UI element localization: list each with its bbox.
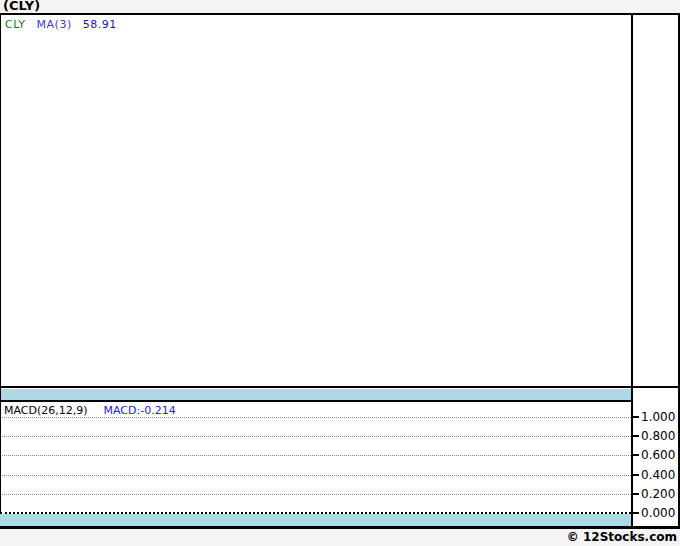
y-axis-tick	[633, 454, 639, 456]
macd-gridline	[0, 417, 631, 418]
y-axis-tick	[633, 416, 639, 418]
price-chart-legend: CLYMA(3)58.91	[5, 18, 117, 31]
macd-y-tick-label: 0.200	[641, 487, 675, 501]
macd-y-tick-label: 0.600	[641, 448, 675, 462]
macd-plot-area: MACD(26,12,9)MACD:-0.214	[0, 402, 631, 513]
footer: © 12Stocks.com	[0, 529, 680, 546]
y-axis-tick	[633, 493, 639, 495]
ma-indicator-value: 58.91	[83, 18, 117, 31]
macd-y-tick-label: 0.800	[641, 429, 675, 443]
macd-gridline	[0, 455, 631, 456]
ticker-symbol-label: CLY	[5, 18, 26, 31]
separator-band-bottom	[0, 514, 631, 526]
macd-y-tick-label: 0.400	[641, 468, 675, 482]
stock-chart-page: (CLY) CLYMA(3)58.91 MACD(26,12,9)MACD:-0…	[0, 0, 680, 546]
macd-gridline	[0, 494, 631, 495]
y-axis-line	[631, 13, 633, 529]
macd-indicator-value: MACD:-0.214	[104, 404, 176, 417]
y-axis-tick	[633, 512, 639, 514]
macd-indicator-label: MACD(26,12,9)	[4, 404, 88, 417]
y-axis-tick	[633, 435, 639, 437]
separator-band-top	[0, 389, 631, 402]
ma-indicator-label: MA(3)	[37, 18, 72, 31]
macd-y-tick-label: 1.000	[641, 410, 675, 424]
macd-gridline	[0, 475, 631, 476]
chart-left-border	[0, 13, 1, 513]
price-chart-plot-area: CLYMA(3)58.91	[0, 15, 680, 386]
macd-legend: MACD(26,12,9)MACD:-0.214	[4, 404, 176, 417]
page-title: (CLY)	[3, 0, 40, 13]
price-chart-bottom-border	[0, 386, 680, 388]
y-axis-tick	[633, 474, 639, 476]
site-credit: © 12Stocks.com	[567, 530, 677, 544]
macd-y-tick-label: 0.000	[641, 506, 675, 520]
chart-frame: CLYMA(3)58.91 MACD(26,12,9)MACD:-0.214 1…	[0, 13, 680, 529]
macd-gridline	[0, 436, 631, 437]
